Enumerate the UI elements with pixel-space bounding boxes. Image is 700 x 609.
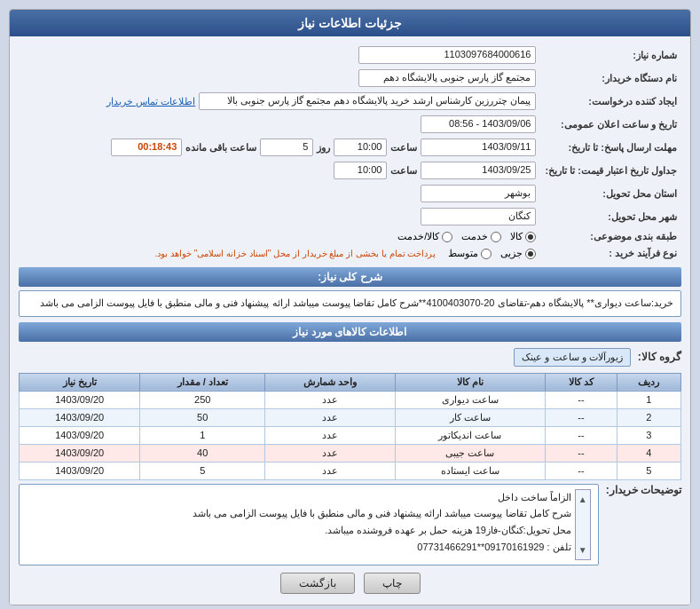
table-cell-code_kala: -- xyxy=(546,408,617,426)
table-cell-tedad: 250 xyxy=(140,391,265,408)
row-shahr: شهر محل تحویل: کنگان xyxy=(19,205,681,228)
mohlat-mande: 00:18:43 xyxy=(111,138,182,156)
ijad-link[interactable]: اطلاعات تماس خریدار xyxy=(106,96,195,107)
table-header-row: ردیف کد کالا نام کالا واحد شمارش تعداد /… xyxy=(20,373,681,391)
tabaqe-khadamat-label: خدمت xyxy=(461,231,488,242)
group-kala-label: گروه کالا: xyxy=(638,351,681,363)
tabaqe-kala-label: کالا xyxy=(510,231,523,242)
table-cell-tarikh: 1403/09/20 xyxy=(20,426,140,444)
row-nam-dastgah: نام دستگاه خریدار: مجتمع گاز پارس جنوبی … xyxy=(19,67,681,90)
ostan-value-cell: بوشهر xyxy=(19,182,540,205)
header-title: جزئیات اطلاعات نیاز xyxy=(298,16,402,30)
table-cell-tarikh: 1403/09/20 xyxy=(20,408,140,426)
row-ostan: استان محل تحویل: بوشهر xyxy=(19,182,681,205)
tabaqe-kala-radio[interactable] xyxy=(525,232,536,242)
row-mohlat: مهلت ارسال پاسخ: تا تاریخ: 1403/09/11 سا… xyxy=(19,136,681,159)
noye-farayand-value-cell: جزیی متوسط پرداخت تمام یا بخشی از مبلغ خ… xyxy=(19,245,540,262)
mohlat-value-cell: 1403/09/11 ساعت 10:00 روز 5 ساعت باقی ما… xyxy=(19,136,540,159)
sharh-koli-value: خرید:ساعت دیواری** پالایشگاه دهم-تقاضای … xyxy=(19,290,681,317)
jadval-date: 1403/09/25 xyxy=(421,162,536,179)
remarks-inner: ▲ ▼ الزاماً ساخت داخل شرح کامل تقاضا پیو… xyxy=(27,489,591,560)
row-jadval-tarikh: جداول تاریخ اعتبار قیمت: تا تاریخ: 1403/… xyxy=(19,159,681,182)
remarks-row: توضیحات خریدار: ▲ ▼ الزاماً ساخت داخل شر… xyxy=(19,484,681,566)
tabaqe-kala-khadamat-radio[interactable] xyxy=(442,232,452,242)
remarks-box: ▲ ▼ الزاماً ساخت داخل شرح کامل تقاضا پیو… xyxy=(19,484,599,566)
table-cell-vahed: عدد xyxy=(265,462,396,479)
table-cell-tedad: 5 xyxy=(140,462,265,479)
table-cell-code_kala: -- xyxy=(546,444,617,462)
noye-mottaset-radio[interactable] xyxy=(481,249,492,259)
scroll-up-arrow[interactable]: ▲ xyxy=(578,492,587,507)
col-radif: ردیف xyxy=(617,373,680,391)
sharh-koli-label: شرح کلی نیاز: xyxy=(318,271,382,283)
table-row: 2--ساعت کارعدد501403/09/20 xyxy=(20,408,681,426)
col-vahed: واحد شمارش xyxy=(265,373,396,391)
table-cell-code_kala: -- xyxy=(546,426,617,444)
remarks-text: الزاماً ساخت داخل شرح کامل تقاضا پیوست م… xyxy=(27,489,571,560)
nam-dastgah-value-cell: مجتمع گاز پارس جنوبی پالایشگاه دهم xyxy=(19,67,540,90)
mohlat-mande-label: ساعت باقی مانده xyxy=(185,142,256,154)
col-tedad: تعداد / مقدار xyxy=(140,373,265,391)
ettelaat-kala-label: اطلاعات کالاهای مورد نیاز xyxy=(293,326,406,338)
chap-button[interactable]: چاپ xyxy=(364,573,421,594)
remarks-line3: محل تحویل:کنگان-فاز19 هزینه حمل بر عهده … xyxy=(27,522,571,539)
remarks-line1: الزاماً ساخت داخل xyxy=(27,489,571,506)
tabaqe-kala-option[interactable]: کالا xyxy=(510,231,536,242)
shahr-value: کنگان xyxy=(421,208,536,225)
ostan-value: بوشهر xyxy=(421,185,536,202)
table-cell-vahed: عدد xyxy=(265,444,396,462)
row-shomara: شماره نیاز: 1103097684000616 xyxy=(19,44,681,67)
jadval-label: جداول تاریخ اعتبار قیمت: تا تاریخ: xyxy=(540,159,681,182)
table-cell-code_kala: -- xyxy=(546,462,617,479)
table-cell-tedad: 40 xyxy=(140,444,265,462)
table-cell-tarikh: 1403/09/20 xyxy=(20,462,140,479)
table-cell-radif: 5 xyxy=(617,462,680,479)
col-nam-kala: نام کالا xyxy=(395,373,545,391)
shahr-value-cell: کنگان xyxy=(19,205,540,228)
tabaqe-value-cell: کالا خدمت کالا/خدمت xyxy=(19,228,540,245)
ostan-label: استان محل تحویل: xyxy=(540,182,681,205)
shomara-value: 1103097684000616 xyxy=(358,46,536,64)
table-cell-code_kala: -- xyxy=(546,391,617,408)
remarks-line2: شرح کامل تقاضا پیوست میباشد ارائه پیشنها… xyxy=(27,505,571,522)
tabaqe-label: طبقه بندی موضوعی: xyxy=(540,228,681,245)
remarks-line4: تلفن : 09170161929**07731466291 xyxy=(27,539,571,556)
main-container: جزئیات اطلاعات نیاز شماره نیاز: 11030976… xyxy=(9,9,691,605)
remarks-content: ▲ ▼ الزاماً ساخت داخل شرح کامل تقاضا پیو… xyxy=(19,484,599,566)
remarks-scrollbar[interactable]: ▲ ▼ xyxy=(575,489,591,560)
ettelaat-kala-header: اطلاعات کالاهای مورد نیاز xyxy=(19,322,681,342)
table-row: 5--ساعت ایستادهعدد51403/09/20 xyxy=(20,462,681,479)
mohlat-saat-label: ساعت xyxy=(390,142,417,154)
kala-table-body: 1--ساعت دیواریعدد2501403/09/202--ساعت کا… xyxy=(20,391,681,479)
mohlat-roz: 5 xyxy=(260,138,313,156)
table-row: 3--ساعت اندیکاتورعدد11403/09/20 xyxy=(20,426,681,444)
scroll-down-arrow[interactable]: ▼ xyxy=(578,542,587,558)
noye-jozvi-label: جزیی xyxy=(500,248,523,259)
noye-mottaset-option[interactable]: متوسط xyxy=(448,248,492,259)
tabaqe-khadamat-radio[interactable] xyxy=(491,232,501,242)
row-noye-farayand: نوع فرآیند خرید : جزیی متوسط xyxy=(19,245,681,262)
noye-farayand-radio-group: جزیی متوسط xyxy=(448,248,536,259)
table-cell-tedad: 50 xyxy=(140,408,265,426)
jadval-saat: 10:00 xyxy=(334,162,387,179)
table-cell-vahed: عدد xyxy=(265,426,396,444)
group-kala-row: گروه کالا: زیورآلات و ساعت و عینک xyxy=(19,345,681,369)
row-ijad: ایجاد کننده درخواست: پیمان چتررزین کارشن… xyxy=(19,90,681,113)
tabaqe-kala-khadamat-option[interactable]: کالا/خدمت xyxy=(397,231,452,242)
shomara-label: شماره نیاز: xyxy=(540,44,681,67)
table-cell-nam_kala: ساعت دیواری xyxy=(395,391,545,408)
jadval-saat-label: ساعت xyxy=(390,165,417,177)
tabaqe-khadamat-option[interactable]: خدمت xyxy=(461,231,501,242)
noye-farayand-note: پرداخت تمام یا بخشی از مبلغ خریدار از مح… xyxy=(154,249,436,258)
jadval-value-cell: 1403/09/25 ساعت 10:00 xyxy=(19,159,540,182)
col-code-kala: کد کالا xyxy=(546,373,617,391)
bazgasht-button[interactable]: بازگشت xyxy=(280,573,355,594)
table-cell-nam_kala: ساعت جیبی xyxy=(395,444,545,462)
noye-jozvi-option[interactable]: جزیی xyxy=(500,248,536,259)
page-header: جزئیات اطلاعات نیاز xyxy=(10,10,690,36)
table-cell-vahed: عدد xyxy=(265,408,396,426)
noye-jozvi-radio[interactable] xyxy=(525,249,536,259)
sharh-koli-header: شرح کلی نیاز: xyxy=(19,267,681,287)
mohlat-saat: 10:00 xyxy=(334,138,387,156)
table-cell-vahed: عدد xyxy=(265,391,396,408)
